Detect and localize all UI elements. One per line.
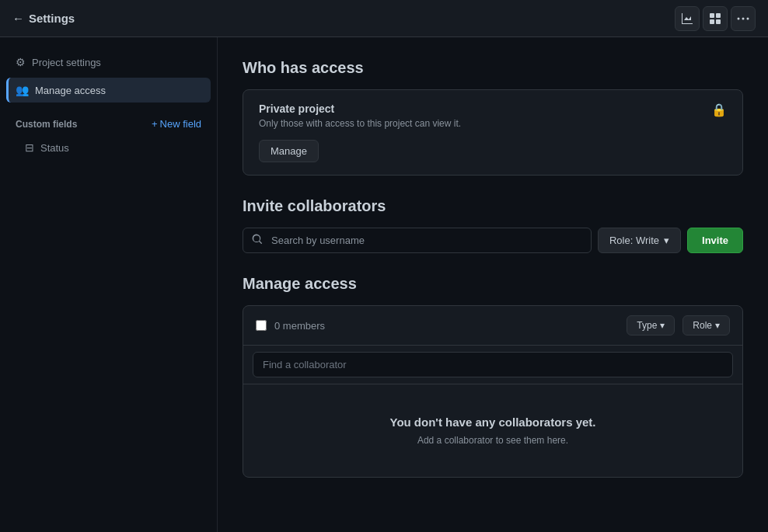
custom-fields-label: Custom fields <box>16 119 77 130</box>
new-field-button[interactable]: + New field <box>152 118 201 130</box>
sidebar-custom-fields-section: Custom fields + New field <box>6 115 211 133</box>
private-project-title: Private project <box>259 103 727 115</box>
role-filter-button[interactable]: Role ▾ <box>682 315 730 336</box>
topbar-icons <box>675 6 756 31</box>
invite-row: Role: Write ▾ Invite <box>243 228 743 253</box>
sidebar-sub-item-label: Status <box>40 142 69 154</box>
status-icon: ⊟ <box>25 141 34 154</box>
search-icon <box>252 234 263 247</box>
back-icon: ← <box>12 12 24 25</box>
private-project-desc: Only those with access to this project c… <box>259 118 727 129</box>
svg-rect-2 <box>710 19 714 24</box>
who-has-access-title: Who has access <box>243 59 743 77</box>
topbar-title: Settings <box>29 12 75 25</box>
empty-subtitle: Add a collaborator to see them here. <box>262 435 724 446</box>
svg-point-6 <box>747 17 749 19</box>
chart-icon <box>681 12 693 25</box>
role-filter-label: Role <box>693 320 712 331</box>
chevron-down-icon: ▾ <box>664 235 669 246</box>
sidebar-item-project-settings[interactable]: ⚙ Project settings <box>6 50 211 75</box>
invite-button[interactable]: Invite <box>687 228 743 253</box>
sidebar: ⚙ Project settings 👥 Manage access Custo… <box>0 37 218 532</box>
private-project-card: 🔒 Private project Only those with access… <box>243 89 743 176</box>
manage-access-title: Manage access <box>243 275 743 293</box>
gear-icon: ⚙ <box>16 56 26 68</box>
more-icon-button[interactable] <box>731 6 756 31</box>
more-icon <box>737 12 749 25</box>
new-field-label: New field <box>160 118 201 130</box>
svg-point-4 <box>738 17 740 19</box>
svg-rect-0 <box>710 13 714 18</box>
sidebar-item-label: Project settings <box>32 57 101 68</box>
lock-icon: 🔒 <box>711 103 727 117</box>
find-collaborator-input[interactable] <box>253 352 733 377</box>
search-username-input[interactable] <box>243 228 592 253</box>
svg-point-5 <box>742 17 745 19</box>
members-row: 0 members Type ▾ Role ▾ <box>243 306 742 346</box>
layout-icon <box>709 12 721 25</box>
type-chevron-icon: ▾ <box>660 320 665 331</box>
topbar: ← Settings <box>0 0 768 37</box>
people-icon: 👥 <box>16 84 29 96</box>
type-label: Type <box>637 320 657 331</box>
manage-access-card: 0 members Type ▾ Role ▾ You don't have a… <box>243 305 743 478</box>
plus-icon: + <box>152 118 158 130</box>
members-checkbox[interactable] <box>256 320 267 331</box>
role-button[interactable]: Role: Write ▾ <box>598 228 681 253</box>
sidebar-item-label: Manage access <box>35 85 106 96</box>
manage-button[interactable]: Manage <box>259 140 319 162</box>
role-label: Role: Write <box>609 235 659 246</box>
back-button[interactable]: ← Settings <box>12 12 75 25</box>
empty-title: You don't have any collaborators yet. <box>262 416 724 429</box>
invite-collaborators-title: Invite collaborators <box>243 197 743 215</box>
members-count: 0 members <box>274 320 619 332</box>
sidebar-item-manage-access[interactable]: 👥 Manage access <box>6 78 211 103</box>
svg-rect-3 <box>716 19 721 24</box>
find-input-wrap <box>243 346 742 384</box>
type-filter-button[interactable]: Type ▾ <box>627 315 675 336</box>
search-wrap <box>243 228 592 253</box>
layout-icon-button[interactable] <box>703 6 728 31</box>
role-chevron-icon: ▾ <box>715 320 720 331</box>
svg-rect-1 <box>716 13 721 18</box>
content-area: Who has access 🔒 Private project Only th… <box>218 37 768 532</box>
main-layout: ⚙ Project settings 👥 Manage access Custo… <box>0 37 768 532</box>
sidebar-item-status[interactable]: ⊟ Status <box>6 136 211 159</box>
chart-icon-button[interactable] <box>675 6 700 31</box>
empty-state: You don't have any collaborators yet. Ad… <box>243 384 742 477</box>
